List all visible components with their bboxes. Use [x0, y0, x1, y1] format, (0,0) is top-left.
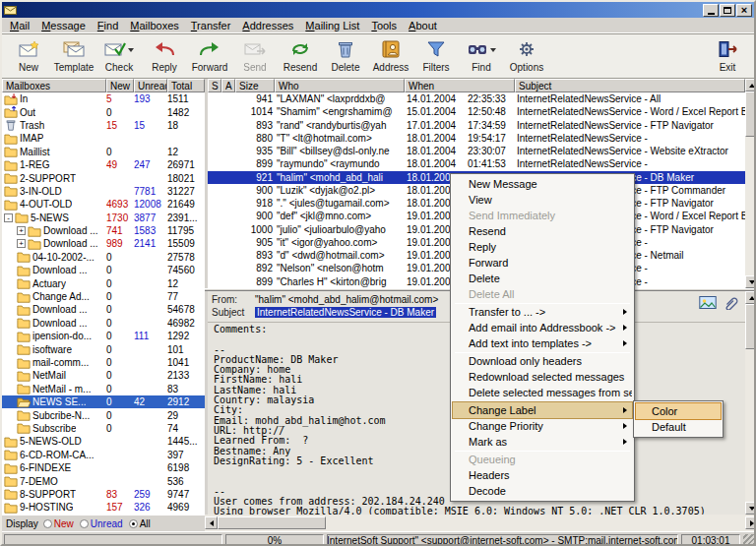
tree-expander-icon[interactable]: +	[17, 239, 26, 248]
radio-unread-icon[interactable]	[80, 519, 89, 528]
context-menu-item-headers[interactable]: Headers	[453, 467, 632, 483]
mailbox-row[interactable]: 6-FINDEXE6198	[2, 461, 205, 474]
mailbox-row[interactable]: 9-HOSTING1573264969	[2, 501, 205, 514]
send-button[interactable]: Send	[232, 35, 278, 77]
menu-transfer[interactable]: Transfer	[185, 19, 237, 32]
scrollbar-thumb[interactable]	[745, 304, 756, 349]
check-dropdown-icon[interactable]	[128, 48, 134, 52]
context-menu-item-resend[interactable]: Resend	[453, 223, 632, 239]
mailbox-row[interactable]: 04-10-2002-...027578	[2, 251, 205, 264]
scroll-up-icon[interactable]	[745, 291, 756, 304]
messages-header-size[interactable]: Size	[235, 79, 275, 92]
tree-expander-icon[interactable]: -	[4, 213, 13, 222]
context-menu-item-download-only-headers[interactable]: Download only headers	[453, 353, 632, 369]
mailbox-row[interactable]: 5-NEWS-OLD1445...	[2, 435, 205, 448]
menu-about[interactable]: About	[403, 19, 443, 32]
mailboxes-header-total[interactable]: Total	[167, 79, 205, 92]
mailbox-row[interactable]: Actuary012	[2, 276, 205, 289]
check-button[interactable]: Check	[96, 35, 142, 77]
radio-new-icon[interactable]	[43, 519, 52, 528]
context-menu-item-send-immediately[interactable]: Send Immediately	[453, 208, 632, 223]
message-row[interactable]: 1014"Shamim" <engrshamim@15.01.200412:50…	[208, 105, 745, 118]
context-menu-item-new-message[interactable]: New Message	[453, 176, 632, 192]
context-menu-item-mark-as[interactable]: Mark as	[453, 434, 632, 450]
mailbox-row[interactable]: 6-CD-ROM-CA...397	[2, 449, 205, 461]
context-menu-item-decode[interactable]: Decode	[453, 483, 632, 499]
mailbox-row[interactable]: 7-DEMO536	[2, 474, 205, 487]
forward-button[interactable]: Forward	[187, 35, 232, 77]
mailbox-row[interactable]: Subcribe-N...029	[2, 408, 205, 421]
mailboxes-header-new[interactable]: New	[106, 79, 134, 92]
message-row[interactable]: 935"Bill" <billsey@dsl-only.ne18.01.2004…	[208, 145, 745, 157]
mailbox-row[interactable]: 3-IN-OLD778131227	[2, 185, 205, 198]
close-button[interactable]: ×	[736, 4, 752, 17]
mailbox-row[interactable]: 8-SUPPORT832599747	[2, 488, 205, 501]
mailbox-row[interactable]: Download ...074560	[2, 264, 205, 276]
mailbox-row[interactable]: -5-NEWS173038772391...	[2, 212, 205, 224]
menu-addresses[interactable]: Addresses	[236, 19, 299, 32]
preview-scrollbar[interactable]	[745, 291, 756, 515]
context-menu-item-delete-all[interactable]: Delete All	[453, 286, 632, 302]
context-menu-item-transfer-to[interactable]: Transfer to ... ->	[453, 304, 632, 320]
scroll-left-icon[interactable]	[205, 516, 218, 529]
context-menu-item-delete[interactable]: Delete	[453, 271, 632, 286]
scroll-down-icon[interactable]	[745, 275, 756, 288]
mailboxes-header-mailboxes[interactable]: Mailboxes	[2, 79, 106, 92]
context-menu-item-add-email-into-addressbook[interactable]: Add email into Addressbook ->	[453, 320, 632, 335]
mailbox-row[interactable]: Subscribe074	[2, 422, 205, 435]
messages-header-subject[interactable]: Subject	[515, 79, 745, 92]
filters-button[interactable]: Filters	[413, 35, 459, 77]
mailboxes-header-unread[interactable]: Unread	[134, 79, 167, 92]
submenu-item-color[interactable]: Color	[636, 403, 721, 419]
display-option-unread[interactable]: Unread	[80, 518, 123, 529]
delete-button[interactable]: Delete	[323, 35, 368, 77]
message-row[interactable]: 941"LAXMAN" <laxprddxb@14.01.200422:35:3…	[208, 92, 745, 105]
context-menu-item-change-label[interactable]: Change Label	[453, 402, 632, 418]
scrollbar-track[interactable]	[745, 137, 756, 275]
context-menu-item-redownload-selected-messages[interactable]: Redownload selected messages	[453, 369, 632, 385]
message-row[interactable]: 893"rand" <randyburtis@yah17.01.200417:3…	[208, 119, 745, 132]
maximize-button[interactable]	[720, 4, 735, 17]
context-menu-item-delete-selected-messages-from-server[interactable]: Delete selected messages from server	[453, 385, 632, 400]
context-menu-item-queueing[interactable]: Queueing	[453, 452, 632, 467]
find-dropdown-icon[interactable]	[490, 48, 496, 52]
mailbox-row[interactable]: Trash151518	[2, 119, 205, 132]
context-menu-item-forward[interactable]: Forward	[453, 255, 632, 271]
mailbox-row[interactable]: Download ...046982	[2, 317, 205, 330]
resend-button[interactable]: Resend	[278, 35, 323, 77]
resize-grip[interactable]	[743, 534, 756, 546]
scroll-up-icon[interactable]	[745, 79, 756, 91]
messages-header-s[interactable]: S	[208, 79, 221, 92]
mailbox-row[interactable]: 2-SUPPORT18021	[2, 171, 205, 184]
address-button[interactable]: Address	[368, 35, 413, 77]
display-option-all[interactable]: All	[129, 518, 151, 529]
tree-expander-icon[interactable]: +	[17, 226, 26, 235]
menu-mail[interactable]: Mail	[4, 19, 35, 32]
scrollbar-track[interactable]	[745, 349, 756, 502]
scrollbar-thumb[interactable]	[745, 91, 756, 137]
exit-button[interactable]: Exit	[705, 35, 750, 77]
menu-tools[interactable]: Tools	[365, 19, 403, 32]
new-button[interactable]: New	[6, 35, 51, 77]
mailbox-row[interactable]: 1-REG4924726971	[2, 158, 205, 171]
mailbox-row[interactable]: 4-OUT-OLD46931200821649	[2, 198, 205, 211]
reply-button[interactable]: Reply	[142, 35, 187, 77]
scrollbar-thumb[interactable]	[218, 516, 326, 529]
context-menu-item-add-text-into-templates[interactable]: Add text into templates ->	[453, 335, 632, 351]
mailbox-row[interactable]: ipension-do...01111292	[2, 330, 205, 342]
pictures-icon[interactable]	[698, 294, 718, 311]
template-button[interactable]: Template	[51, 35, 96, 77]
radio-all-icon[interactable]	[129, 519, 138, 528]
mailbox-row[interactable]: IMAP	[2, 132, 205, 145]
mailbox-row[interactable]: mail-comm...01041	[2, 356, 205, 369]
mailbox-row[interactable]: Change Ad...077	[2, 290, 205, 303]
mailbox-row[interactable]: Out01482	[2, 105, 205, 118]
context-menu-item-change-priority[interactable]: Change Priority	[453, 418, 632, 434]
context-menu-item-reply[interactable]: Reply	[453, 239, 632, 255]
message-row[interactable]: 880"T" <lt@hotmail.com>18.01.200419:54:1…	[208, 132, 745, 145]
menu-mailing-list[interactable]: Mailing List	[299, 19, 365, 32]
mailbox-row[interactable]: NetMail - m...083	[2, 383, 205, 395]
mailbox-row[interactable]: Maillist012	[2, 146, 205, 158]
menu-mailboxes[interactable]: Mailboxes	[124, 19, 185, 32]
menu-message[interactable]: Message	[35, 19, 92, 32]
